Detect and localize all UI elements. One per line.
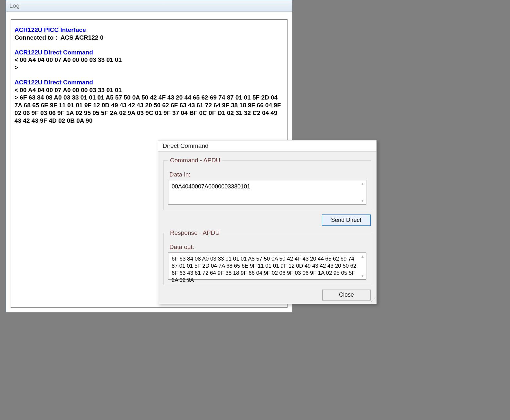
command-apdu-legend: Command - APDU (168, 157, 222, 164)
send-button-row: Send Direct (163, 215, 372, 227)
chevron-up-icon[interactable]: ▲ (361, 182, 364, 186)
direct-command-dialog: Direct Command Command - APDU Data in: 0… (158, 140, 377, 304)
log-line: < 00 A4 04 00 07 A0 00 00 03 33 01 01 (14, 56, 284, 64)
close-button-row: Close (163, 290, 372, 302)
resize-grip-icon[interactable]: ⋰ (370, 298, 375, 303)
dialog-content: Command - APDU Data in: 00A4040007A00000… (158, 152, 376, 304)
chevron-down-icon[interactable]: ▼ (361, 273, 364, 278)
log-line: Connected to : ACS ACR122 0 (14, 34, 284, 42)
data-out-label: Data out: (169, 243, 366, 251)
log-window-title: Log (6, 0, 292, 12)
send-direct-button[interactable]: Send Direct (322, 215, 371, 226)
log-blank-line (14, 42, 284, 49)
data-in-label: Data in: (169, 171, 366, 178)
log-heading: ACR122U PICC Interface (14, 26, 284, 34)
log-line: > 6F 63 84 08 A0 03 33 01 01 01 A5 57 50… (14, 94, 284, 124)
data-in-value: 00A4040007A0000003330101 (168, 180, 366, 193)
log-body[interactable]: ACR122U PICC InterfaceConnected to : ACS… (11, 20, 287, 128)
log-heading: ACR122U Direct Command (14, 49, 284, 56)
command-apdu-group: Command - APDU Data in: 00A4040007A00000… (163, 157, 371, 210)
log-heading: ACR122U Direct Command (14, 79, 284, 86)
log-line: > (14, 64, 284, 72)
dialog-title: Direct Command (158, 140, 376, 152)
data-out-display[interactable]: 6F 63 84 08 A0 03 33 01 01 01 A5 57 50 0… (168, 253, 366, 280)
log-blank-line (14, 72, 284, 79)
close-button[interactable]: Close (322, 290, 371, 301)
response-apdu-group: Response - APDU Data out: 6F 63 84 08 A0… (163, 229, 371, 285)
data-in-input[interactable]: 00A4040007A0000003330101 ▲ ▼ (168, 180, 366, 205)
chevron-up-icon[interactable]: ▲ (361, 254, 364, 259)
log-line: < 00 A4 04 00 07 A0 00 00 03 33 01 01 (14, 86, 284, 94)
data-out-value: 6F 63 84 08 A0 03 33 01 01 01 A5 57 50 0… (168, 253, 366, 286)
chevron-down-icon[interactable]: ▼ (361, 198, 364, 203)
response-apdu-legend: Response - APDU (168, 229, 222, 236)
data-out-spinner[interactable]: ▲ ▼ (359, 253, 366, 279)
data-in-spinner[interactable]: ▲ ▼ (359, 180, 366, 204)
